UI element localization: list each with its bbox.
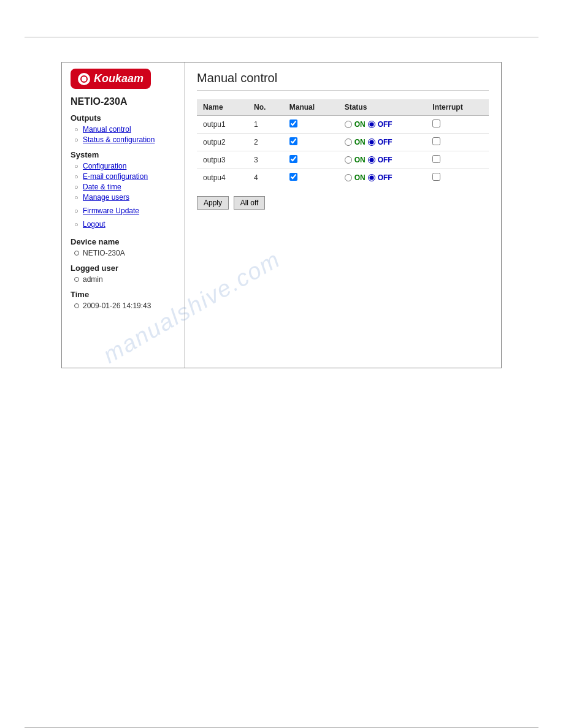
label-off: OFF: [378, 120, 393, 129]
sidebar-link-email-config[interactable]: E-mail configuration: [83, 172, 148, 181]
sidebar-item-status-config[interactable]: ○ Status & configuration: [74, 135, 175, 144]
sidebar-section-system: System: [71, 150, 175, 159]
main-container: Koukaam NETIO-230A Outputs ○ Manual cont…: [61, 62, 502, 368]
col-header-no: No.: [248, 99, 283, 116]
bullet-icon: ○: [74, 136, 80, 143]
sidebar-logged-user-value: admin: [74, 275, 175, 284]
label-off: OFF: [378, 173, 393, 182]
bullet-icon: ○: [74, 207, 80, 214]
label-on: ON: [354, 120, 366, 129]
radio-off[interactable]: [368, 156, 375, 164]
manual-cell[interactable]: [283, 151, 339, 169]
label-on: ON: [354, 138, 366, 146]
sidebar-section-logged-user: Logged user: [71, 264, 175, 273]
radio-on[interactable]: [345, 121, 352, 128]
bullet-icon: ○: [74, 126, 80, 133]
interrupt-cell[interactable]: [426, 169, 489, 187]
output-name: outpu3: [197, 151, 248, 169]
bullet-icon: ○: [74, 162, 80, 170]
label-on: ON: [354, 156, 366, 164]
bullet-icon: ○: [74, 183, 80, 191]
radio-on[interactable]: [345, 138, 352, 146]
control-table: Name No. Manual Status Interrupt outpu11…: [197, 99, 489, 186]
sidebar-link-logout[interactable]: Logout: [83, 220, 105, 229]
sidebar-link-manage-users[interactable]: Manage users: [83, 193, 129, 202]
content-area: Manual control Name No. Manual Status In…: [185, 63, 501, 368]
sidebar-link-configuration[interactable]: Configuration: [83, 162, 126, 170]
manual-cell[interactable]: [283, 169, 339, 187]
bullet-icon: ○: [74, 221, 80, 228]
col-header-manual: Manual: [283, 99, 339, 116]
logo-box: Koukaam: [71, 69, 151, 89]
label-off: OFF: [378, 138, 393, 146]
interrupt-checkbox[interactable]: [432, 137, 440, 145]
interrupt-checkbox[interactable]: [432, 119, 440, 127]
radio-off[interactable]: [368, 174, 375, 181]
radio-on[interactable]: [345, 156, 352, 164]
sidebar-time-value: 2009-01-26 14:19:43: [74, 301, 175, 310]
circle-icon: [74, 251, 79, 256]
radio-off[interactable]: [368, 138, 375, 146]
page-title: Manual control: [197, 71, 489, 91]
output-name: outpu4: [197, 169, 248, 187]
sidebar-link-date-time[interactable]: Date & time: [83, 183, 121, 191]
sidebar-item-email-config[interactable]: ○ E-mail configuration: [74, 172, 175, 181]
manual-checkbox[interactable]: [289, 119, 297, 127]
manual-cell[interactable]: [283, 116, 339, 134]
circle-icon: [74, 277, 79, 282]
sidebar-item-configuration[interactable]: ○ Configuration: [74, 162, 175, 170]
sidebar-item-firmware-update[interactable]: ○ Firmware Update: [74, 207, 175, 215]
interrupt-checkbox[interactable]: [432, 155, 440, 163]
table-row: outpu33ONOFF: [197, 151, 489, 169]
logo-text: Koukaam: [94, 72, 144, 85]
sidebar-section-outputs: Outputs: [71, 113, 175, 123]
sidebar-item-manage-users[interactable]: ○ Manage users: [74, 193, 175, 202]
manual-checkbox[interactable]: [289, 173, 297, 181]
interrupt-cell[interactable]: [426, 134, 489, 151]
radio-on[interactable]: [345, 174, 352, 181]
sidebar-section-device-name: Device name: [71, 237, 175, 246]
table-row: outpu44ONOFF: [197, 169, 489, 187]
sidebar: Koukaam NETIO-230A Outputs ○ Manual cont…: [62, 63, 185, 368]
manual-cell[interactable]: [283, 134, 339, 151]
col-header-interrupt: Interrupt: [426, 99, 489, 116]
logged-user-text: admin: [83, 275, 103, 284]
output-number: 2: [248, 134, 283, 151]
circle-icon: [74, 303, 79, 308]
sidebar-item-date-time[interactable]: ○ Date & time: [74, 183, 175, 191]
status-cell: ONOFF: [339, 169, 427, 187]
label-on: ON: [354, 173, 366, 182]
manual-checkbox[interactable]: [289, 155, 297, 163]
label-off: OFF: [378, 156, 393, 164]
button-row: Apply All off: [197, 196, 489, 210]
col-header-status: Status: [339, 99, 427, 116]
interrupt-cell[interactable]: [426, 116, 489, 134]
status-cell: ONOFF: [339, 116, 427, 134]
table-row: outpu11ONOFF: [197, 116, 489, 134]
sidebar-link-manual-control[interactable]: Manual control: [83, 125, 131, 134]
bullet-icon: ○: [74, 173, 80, 180]
sidebar-item-logout[interactable]: ○ Logout: [74, 220, 175, 229]
output-name: outpu2: [197, 134, 248, 151]
page-wrapper: Koukaam NETIO-230A Outputs ○ Manual cont…: [0, 37, 563, 728]
time-text: 2009-01-26 14:19:43: [83, 301, 151, 310]
sidebar-link-status-config[interactable]: Status & configuration: [83, 135, 155, 144]
sidebar-section-time: Time: [71, 290, 175, 299]
sidebar-item-manual-control[interactable]: ○ Manual control: [74, 125, 175, 134]
status-cell: ONOFF: [339, 151, 427, 169]
top-rule: [25, 37, 538, 37]
output-name: outpu1: [197, 116, 248, 134]
interrupt-cell[interactable]: [426, 151, 489, 169]
table-row: outpu22ONOFF: [197, 134, 489, 151]
interrupt-checkbox[interactable]: [432, 173, 440, 181]
bullet-icon: ○: [74, 194, 80, 201]
radio-off[interactable]: [368, 121, 375, 128]
sidebar-device-name-value: NETIO-230A: [74, 249, 175, 257]
output-number: 3: [248, 151, 283, 169]
all-off-button[interactable]: All off: [234, 196, 266, 210]
sidebar-link-firmware-update[interactable]: Firmware Update: [83, 207, 139, 215]
manual-checkbox[interactable]: [289, 137, 297, 145]
apply-button[interactable]: Apply: [197, 196, 229, 210]
device-name-text: NETIO-230A: [83, 249, 125, 257]
output-number: 1: [248, 116, 283, 134]
